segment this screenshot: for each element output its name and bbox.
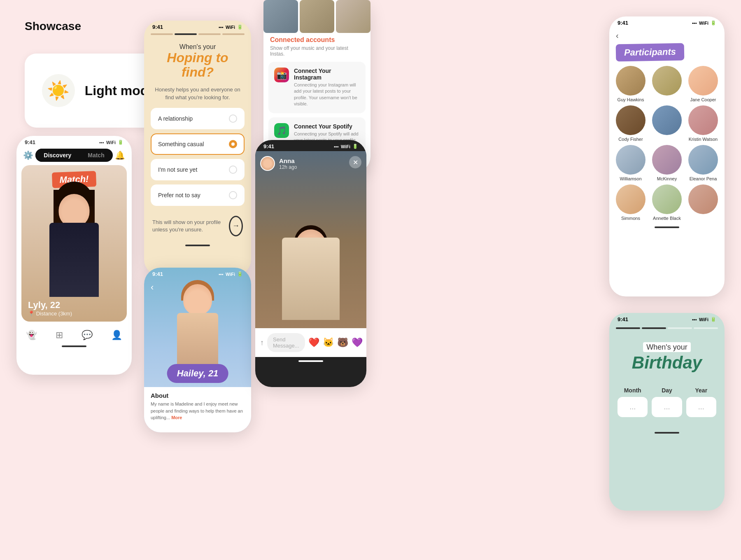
participant-last [687,184,720,221]
cat-reaction[interactable]: 🐱 [323,337,334,348]
status-icons-hailey: ▪▪▪ WiFi 🔋 [219,271,243,277]
status-time-part: 9:41 [618,20,628,26]
bell-icon[interactable]: 🔔 [115,150,125,160]
close-story-button[interactable]: ✕ [349,156,361,168]
year-label: Year [686,387,716,394]
more-link[interactable]: More [171,415,182,420]
bottom-nav: 👻 ⊞ 💬 👤 [16,325,132,344]
heart-reaction[interactable]: ❤️ [308,337,319,348]
connected-title: Connected accounts [263,36,370,45]
year-select[interactable]: ... [686,397,716,417]
avatar-kristin [688,105,718,135]
participants-title: Participants [616,43,685,62]
option-relationship[interactable]: A relationship [151,108,245,129]
bbar-2 [642,327,666,329]
anna-time: 12h ago [279,164,297,170]
avatar-simmons [616,184,645,214]
name-guy-hawkins: Guy Hawkins [618,97,644,102]
phone-anna: 9:41 ▪▪▪ WiFi 🔋 Anna 12h ago ✕ ↑ Send Me… [255,140,366,387]
ghost-icon[interactable]: 👻 [26,330,37,341]
avatar-jane-cooper [688,66,718,96]
nav-tabs: Discovery Match [35,149,112,162]
bbar-1 [616,327,640,329]
participant-kristin[interactable]: Kristin Watson [687,105,720,142]
participant-jane-cooper[interactable]: Jane Cooper [687,66,720,102]
participant-williamson[interactable]: Williamson [614,145,647,181]
option-casual[interactable]: Something casual [151,133,245,155]
radio-casual [229,140,237,148]
participant-mckinney[interactable]: McKinney [650,145,683,181]
anna-avatar [260,156,275,171]
anna-username: Anna [279,157,297,164]
shuffle-icon[interactable]: ⊞ [56,330,63,341]
photo-1 [263,0,298,33]
tab-discovery[interactable]: Discovery [35,149,79,162]
bbar-4 [694,327,718,329]
participant-cody-fisher[interactable]: Cody Fisher [614,105,647,142]
back-button-part[interactable]: ‹ [609,28,725,42]
chat-icon[interactable]: 💬 [82,330,93,341]
participant-annette[interactable]: Annette Black [650,184,683,221]
name-mckinney: McKinney [657,176,677,181]
battery-icon-h: 🔋 [237,24,243,30]
progress-bar [144,32,251,37]
anna-name-time: Anna 12h ago [279,157,297,170]
participant-empty1 [650,105,683,142]
name-williamson: Williamson [620,176,641,181]
profile-distance: 📍 Distance (3km) [28,310,72,317]
participant-guy-hawkins[interactable]: Guy Hawkins [614,66,647,102]
home-indicator [62,345,86,347]
name-jane-cooper: Jane Cooper [690,97,716,102]
phone-hoping: 9:41 ▪▪▪ WiFi 🔋 When's your Hoping to fi… [144,21,251,276]
purple-reaction[interactable]: 💜 [352,337,363,348]
birthday-big: Birthday [618,353,716,372]
photo-2 [300,0,334,33]
avatar-eleanor [688,145,718,175]
participant-eleanor[interactable]: Eleanor Pena [687,145,720,181]
participant-dog[interactable] [650,66,683,102]
status-bar-participants: 9:41 ▪▪▪ WiFi 🔋 [609,16,725,28]
name-simmons: Simmons [621,216,640,221]
hoping-footer-text: This will show on your profile unless yo… [152,219,229,233]
day-select[interactable]: ... [652,397,682,417]
status-time-hoping: 9:41 [152,24,163,30]
status-time-anna: 9:41 [263,143,274,149]
year-select-col: Year ... [686,387,716,417]
tab-match[interactable]: Match [79,149,112,162]
match-profile-card: Match! Lyly, 22 📍 Distance (3km) [21,165,127,322]
avatar-williamson [616,145,645,175]
progress-bar-3 [198,33,221,35]
instagram-connect[interactable]: 📸 Connect Your Instagram Connecting your… [268,62,366,113]
birthday-selects: Month ... Day ... Year ... [609,380,725,424]
status-bar-birthday: 9:41 ▪▪▪ WiFi 🔋 [609,313,725,324]
day-label: Day [652,387,682,394]
signal-icon-bday: ▪▪▪ [692,317,697,322]
month-select[interactable]: ... [618,397,648,417]
hoping-big: Hoping to find? [152,51,243,79]
option-notsure[interactable]: I'm not sure yet [151,159,245,180]
battery-icon-hailey: 🔋 [237,271,243,277]
profile-icon[interactable]: 👤 [111,330,122,341]
month-select-col: Month ... [618,387,648,417]
status-bar-hoping: 9:41 ▪▪▪ WiFi 🔋 [144,21,251,32]
bear-reaction[interactable]: 🐻 [337,337,348,348]
home-indicator-hoping [185,245,210,246]
share-icon[interactable]: ↑ [260,338,264,347]
status-bar-anna: 9:41 ▪▪▪ WiFi 🔋 [255,140,366,151]
message-input[interactable]: Send Message... [267,333,305,352]
profile-info: Lyly, 22 📍 Distance (3km) [28,300,72,317]
profile-image [41,182,107,305]
hailey-about-section: About My name is Madeline and I enjoy me… [144,387,251,432]
status-bar-match: 9:41 ▪▪▪ WiFi 🔋 [16,136,132,147]
next-button[interactable]: → [229,216,243,236]
radio-notsure [229,166,237,174]
participant-simmons[interactable]: Simmons [614,184,647,221]
gear-icon[interactable]: ⚙️ [23,150,33,160]
battery-icon: 🔋 [118,140,124,145]
participants-grid: Guy Hawkins Jane Cooper Cody Fisher Kris… [609,66,725,221]
status-icons-anna: ▪▪▪ WiFi 🔋 [334,144,358,149]
signal-icon-part: ▪▪▪ [692,21,697,26]
option-prefernot[interactable]: Prefer not to say [151,184,245,206]
battery-icon-anna: 🔋 [352,144,358,149]
signal-icon-anna: ▪▪▪ [334,144,339,149]
